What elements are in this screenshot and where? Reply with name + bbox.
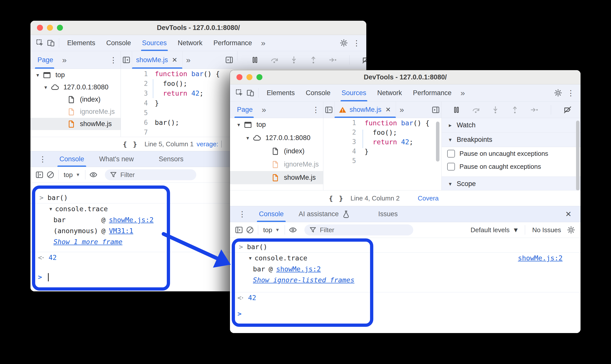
coverage-link[interactable]: Covera xyxy=(418,194,442,202)
file-tab-showmejs[interactable]: showMe.js ✕ xyxy=(334,102,396,118)
execution-context-selector[interactable]: top ▼ xyxy=(261,226,282,234)
code-editor[interactable]: 1function bar() {2 foo();3 return 42;4}5 xyxy=(323,118,442,190)
tree-item-127-0-0-1-8080[interactable]: ▾127.0.0.1:8080 xyxy=(30,81,121,93)
console-sidebar-toggle-icon[interactable] xyxy=(233,224,244,235)
line-number[interactable]: 3 xyxy=(323,138,356,146)
close-window-button[interactable] xyxy=(37,25,43,31)
expand-triangle-icon[interactable]: ▾ xyxy=(249,254,252,262)
settings-gear-icon[interactable] xyxy=(553,87,564,98)
device-toolbar-icon[interactable] xyxy=(245,87,256,98)
tab-sources[interactable]: Sources xyxy=(137,35,172,51)
scope-section-header[interactable]: ▾ Scope xyxy=(442,177,581,190)
kebab-menu-icon[interactable]: ⋮ xyxy=(349,39,364,47)
code-line-3[interactable]: 3 return 42; xyxy=(323,137,441,147)
settings-gear-icon[interactable] xyxy=(338,37,349,48)
tab-performance[interactable]: Performance xyxy=(208,35,258,51)
tree-item-showme-js[interactable]: showMe.js xyxy=(230,171,323,184)
show-debugger-panel-icon[interactable] xyxy=(430,104,441,115)
tree-item-showme-js[interactable]: showMe.js xyxy=(30,118,121,130)
line-number[interactable]: 2 xyxy=(323,129,356,136)
close-tab-icon[interactable]: ✕ xyxy=(385,106,392,114)
deactivate-breakpoints-icon[interactable] xyxy=(361,54,366,65)
create-live-expression-icon[interactable] xyxy=(88,169,99,180)
chevron-down-icon[interactable]: ▾ xyxy=(42,84,49,90)
stack-frame-link[interactable]: showMe.js:2 xyxy=(109,216,154,224)
pretty-print-icon[interactable]: { } xyxy=(329,194,344,202)
line-number[interactable]: 4 xyxy=(323,148,356,155)
clear-console-icon[interactable] xyxy=(45,169,56,180)
more-panels-icon[interactable]: » xyxy=(257,38,269,48)
step-icon[interactable] xyxy=(529,104,540,115)
show-more-frames-link[interactable]: Show 1 more frame xyxy=(53,238,122,246)
deactivate-breakpoints-icon[interactable] xyxy=(562,104,573,115)
execution-context-selector[interactable]: top ▼ xyxy=(61,171,83,179)
console-sidebar-toggle-icon[interactable] xyxy=(34,169,45,180)
drawer-tab-console[interactable]: Console xyxy=(257,206,286,222)
editor-scrollbar[interactable] xyxy=(436,122,439,162)
checkbox-unchecked[interactable] xyxy=(447,150,455,158)
tree-item-top[interactable]: ▾top xyxy=(30,69,121,81)
tab-performance[interactable]: Performance xyxy=(407,84,457,101)
close-tab-icon[interactable]: ✕ xyxy=(171,56,179,64)
more-panels-icon[interactable]: » xyxy=(457,88,468,98)
checkbox-unchecked[interactable] xyxy=(447,163,455,171)
drawer-tab-console[interactable]: Console xyxy=(57,151,86,167)
drawer-tab-issues[interactable]: Issues xyxy=(376,206,400,222)
show-more-frames-link[interactable]: Show ignore-listed frames xyxy=(253,276,354,284)
watch-section-header[interactable]: ▸ Watch xyxy=(442,118,581,133)
step-icon[interactable] xyxy=(327,54,338,65)
line-number[interactable]: 1 xyxy=(121,70,148,78)
line-number[interactable]: 2 xyxy=(121,80,148,87)
sidebar-scrollbar[interactable] xyxy=(576,121,580,190)
tree-item-127-0-0-1-8080[interactable]: ▾127.0.0.1:8080 xyxy=(230,131,323,145)
close-window-button[interactable] xyxy=(236,74,242,80)
navigator-kebab-menu-icon[interactable]: ⋮ xyxy=(106,56,121,64)
tree-item--index-[interactable]: (index) xyxy=(230,145,323,158)
issues-status[interactable]: No Issues xyxy=(528,226,566,234)
pause-caught-row[interactable]: Pause on caught exceptions xyxy=(442,160,581,173)
create-live-expression-icon[interactable] xyxy=(287,224,298,235)
breakpoints-section-header[interactable]: ▾ Breakpoints xyxy=(442,133,581,147)
console-row-prompt[interactable]: > xyxy=(230,308,581,319)
zoom-window-button[interactable] xyxy=(57,25,63,31)
tab-page[interactable]: Page xyxy=(30,51,59,69)
inspect-element-icon[interactable] xyxy=(234,87,245,98)
collapse-panel-icon[interactable] xyxy=(323,104,334,115)
step-over-icon[interactable] xyxy=(269,54,280,65)
more-file-tabs-icon[interactable]: » xyxy=(396,105,407,114)
collapse-panel-icon[interactable] xyxy=(121,54,132,65)
drawer-tab-ai-assistance[interactable]: AI assistance xyxy=(297,206,352,222)
stack-frame-link[interactable]: showMe.js:2 xyxy=(276,265,321,273)
tab-console[interactable]: Console xyxy=(300,84,336,101)
drawer-kebab-menu-icon[interactable]: ⋮ xyxy=(235,210,249,218)
show-debugger-panel-icon[interactable] xyxy=(224,54,235,65)
inspect-element-icon[interactable] xyxy=(34,37,45,48)
code-line-4[interactable]: 4} xyxy=(323,147,441,156)
device-toolbar-icon[interactable] xyxy=(45,37,56,48)
line-number[interactable]: 7 xyxy=(121,129,148,136)
expand-triangle-icon[interactable]: ▾ xyxy=(49,205,52,213)
console-settings-gear-icon[interactable] xyxy=(566,224,577,235)
pause-script-icon[interactable] xyxy=(249,54,260,65)
line-number[interactable]: 6 xyxy=(121,119,148,126)
chevron-down-icon[interactable]: ▾ xyxy=(235,122,242,128)
tree-item-ignoreme-js[interactable]: ignoreMe.js xyxy=(30,106,121,118)
line-number[interactable]: 5 xyxy=(323,157,356,165)
more-file-tabs-icon[interactable]: » xyxy=(183,55,194,65)
log-levels-selector[interactable]: Default levels ▼ xyxy=(467,226,523,234)
tab-network[interactable]: Network xyxy=(172,35,208,51)
kebab-menu-icon[interactable]: ⋮ xyxy=(564,89,578,97)
chevron-down-icon[interactable]: ▾ xyxy=(244,135,251,141)
more-navigator-tabs-icon[interactable]: » xyxy=(258,105,270,114)
clear-console-icon[interactable] xyxy=(244,224,255,235)
filter-input[interactable] xyxy=(319,226,409,234)
minimize-window-button[interactable] xyxy=(47,25,53,31)
code-line-2[interactable]: 2 foo(); xyxy=(323,128,441,137)
tree-item-top[interactable]: ▾top xyxy=(230,118,323,131)
tab-elements[interactable]: Elements xyxy=(261,84,300,101)
close-drawer-icon[interactable]: ✕ xyxy=(564,210,573,218)
line-number[interactable]: 5 xyxy=(121,109,148,117)
step-over-icon[interactable] xyxy=(470,104,481,115)
tab-elements[interactable]: Elements xyxy=(62,35,101,51)
more-navigator-tabs-icon[interactable]: » xyxy=(59,55,70,65)
